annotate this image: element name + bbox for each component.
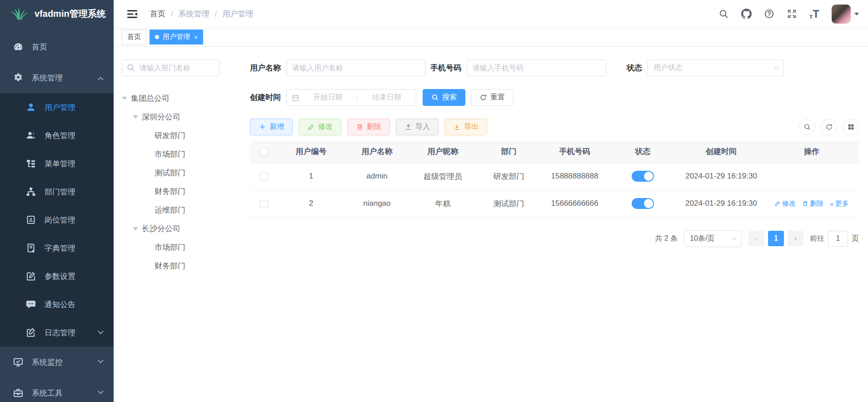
breadcrumb: 首页 / 系统管理 / 用户管理 (150, 9, 253, 19)
tree-node[interactable]: 财务部门 (122, 257, 226, 275)
help-icon[interactable] (764, 9, 774, 19)
app-root: vfadmin管理系统 首页 系统管理 (0, 0, 868, 402)
org-tree-icon (25, 186, 36, 197)
tree-node[interactable]: 市场部门 (122, 238, 226, 257)
status-select-placeholder: 用户状态 (653, 63, 683, 73)
row-delete-link[interactable]: 删除 (802, 199, 823, 208)
chevron-down-icon (773, 65, 778, 69)
tree-node-label: 财务部门 (155, 186, 185, 197)
plus-icon (259, 123, 266, 131)
col-actions: 操作 (764, 141, 859, 163)
page-number-1[interactable]: 1 (768, 231, 784, 246)
font-size-icon[interactable]: тT (809, 9, 819, 20)
prev-page-button[interactable]: ‹ (748, 231, 764, 246)
add-button[interactable]: 新增 (250, 119, 293, 135)
tab-home[interactable]: 首页 (122, 30, 146, 45)
github-icon[interactable] (741, 9, 752, 19)
sidebar-item-user-mgmt[interactable]: 用户管理 (0, 93, 114, 121)
reset-button[interactable]: 重置 (471, 89, 514, 106)
app-logo[interactable]: vfadmin管理系统 (0, 0, 114, 28)
table-row[interactable]: 1 admin 超级管理员 研发部门 15888888888 2024-01-2… (250, 163, 859, 190)
phone-input[interactable] (467, 60, 606, 76)
tree-node[interactable]: 测试部门 (122, 164, 226, 182)
tree-node[interactable]: 运维部门 (122, 201, 226, 219)
search-button[interactable]: 搜索 (423, 89, 465, 106)
sidebar-item-home[interactable]: 首页 (0, 31, 114, 62)
sidebar-item-notice[interactable]: 通知公告 (0, 290, 114, 318)
date-range-picker[interactable]: 开始日期 - 结束日期 (286, 89, 416, 106)
import-button[interactable]: 导入 (396, 119, 439, 135)
sidebar-item-log-mgmt[interactable]: 日志管理 (0, 318, 114, 347)
row-checkbox[interactable] (260, 200, 268, 208)
tree-node[interactable]: 研发部门 (122, 126, 226, 145)
row-checkbox[interactable] (260, 173, 268, 181)
row-more-link[interactable]: » 更多 (830, 199, 848, 208)
sidebar-item-label: 菜单管理 (45, 159, 75, 169)
delete-button[interactable]: 删除 (347, 119, 390, 135)
sidebar: vfadmin管理系统 首页 系统管理 (0, 0, 114, 402)
sidebar-item-label: 部门管理 (45, 187, 75, 197)
cell-create-time: 2024-01-29 16:19:30 (678, 190, 764, 217)
date-end-placeholder: 结束日期 (362, 93, 411, 102)
page-size-select[interactable]: 10条/页 (684, 230, 742, 247)
dept-tree: 集团总公司 深圳分公司 研发部门 市场部门 测试部门 (122, 89, 226, 275)
sidebar-item-post-mgmt[interactable]: 岗位管理 (0, 206, 114, 234)
close-icon[interactable]: × (194, 34, 198, 40)
status-label: 状态 (627, 63, 642, 73)
sidebar-item-label: 系统监控 (32, 357, 63, 367)
search-icon[interactable] (718, 9, 729, 19)
tab-label: 首页 (127, 33, 141, 41)
fullscreen-icon[interactable] (787, 9, 797, 19)
cell-username: admin (344, 163, 410, 190)
sidebar-item-monitor[interactable]: 系统监控 (0, 347, 114, 377)
row-edit-link[interactable]: 修改 (774, 199, 796, 208)
tree-node[interactable]: 市场部门 (122, 145, 226, 164)
status-select[interactable]: 用户状态 (648, 60, 784, 76)
tree-node[interactable]: 集团总公司 (122, 89, 226, 108)
select-all-checkbox[interactable] (260, 148, 268, 156)
export-button[interactable]: 导出 (444, 119, 487, 135)
user-menu[interactable] (832, 5, 859, 24)
tree-expand-icon[interactable] (122, 97, 127, 100)
edit-square-icon (25, 271, 36, 282)
toggle-search-button[interactable] (799, 119, 815, 135)
toolbox-icon (13, 387, 24, 398)
sidebar-item-param-settings[interactable]: 参数设置 (0, 262, 114, 290)
gear-icon (13, 72, 24, 83)
avatar[interactable] (832, 5, 851, 24)
tree-expand-icon[interactable] (133, 115, 138, 119)
username-input[interactable] (286, 60, 426, 76)
sidebar-item-tools[interactable]: 系统工具 (0, 377, 114, 402)
col-dept: 部门 (476, 141, 542, 163)
sidebar-collapse-icon[interactable] (126, 8, 138, 20)
columns-button[interactable] (843, 119, 859, 135)
cell-user-id: 2 (278, 190, 344, 217)
reset-button-label: 重置 (490, 93, 505, 102)
breadcrumb-home[interactable]: 首页 (150, 9, 165, 19)
tree-node[interactable]: 长沙分公司 (122, 219, 226, 238)
tab-label: 用户管理 (163, 33, 190, 41)
dept-search-input[interactable] (122, 60, 219, 76)
cell-user-id: 1 (278, 163, 344, 190)
app-title: vfadmin管理系统 (35, 8, 106, 20)
tab-user-mgmt[interactable]: 用户管理 × (150, 30, 203, 45)
dept-panel: 集团总公司 深圳分公司 研发部门 市场部门 测试部门 (122, 60, 226, 402)
page-unit-label: 页 (852, 234, 859, 243)
refresh-button[interactable] (821, 119, 837, 135)
edit-button-label: 修改 (318, 122, 333, 132)
tree-expand-icon[interactable] (133, 227, 138, 230)
table-row[interactable]: 2 niangao 年糕 测试部门 15666666666 2024-01-29… (250, 190, 859, 217)
sidebar-item-role-mgmt[interactable]: 角色管理 (0, 121, 114, 149)
sidebar-item-dept-mgmt[interactable]: 部门管理 (0, 178, 114, 206)
goto-page-input[interactable] (828, 231, 848, 247)
status-toggle[interactable] (632, 198, 654, 209)
sidebar-item-dict-mgmt[interactable]: 字典管理 (0, 234, 114, 262)
sidebar-item-menu-mgmt[interactable]: 菜单管理 (0, 149, 114, 178)
tree-node[interactable]: 财务部门 (122, 182, 226, 201)
status-toggle[interactable] (632, 171, 654, 182)
next-page-button[interactable]: › (788, 231, 803, 246)
download-icon (453, 123, 461, 131)
edit-button[interactable]: 修改 (299, 119, 341, 135)
sidebar-item-system[interactable]: 系统管理 (0, 62, 114, 93)
tree-node[interactable]: 深圳分公司 (122, 108, 226, 126)
